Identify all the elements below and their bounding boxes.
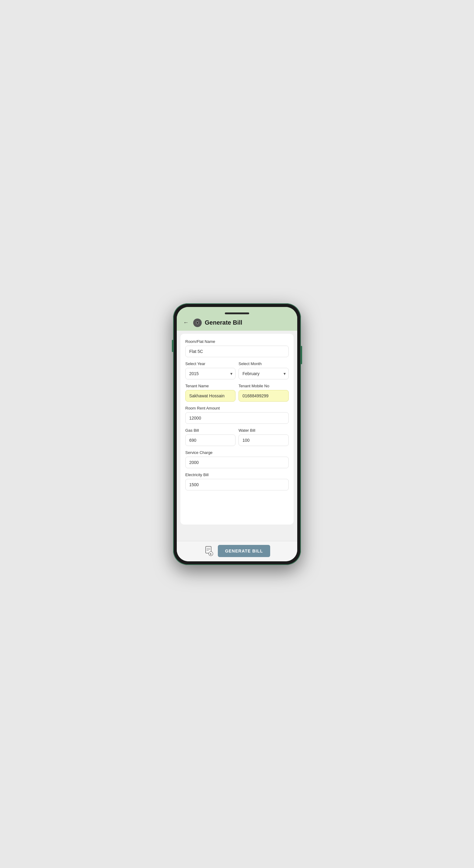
room-rent-group: Room Rent Amount [185, 406, 289, 424]
tenant-row: Tenant Name Tenant Mobile No [185, 384, 289, 406]
scroll-area: Room/Flat Name Select Year 2013 2014 201… [177, 331, 297, 541]
page-title: Generate Bill [205, 319, 242, 326]
tenant-name-group: Tenant Name [185, 384, 235, 402]
camera-icon [193, 318, 202, 327]
bill-icon: $ [204, 546, 215, 556]
bottom-bar: $ GENERATE BILL [177, 541, 297, 561]
tenant-name-label: Tenant Name [185, 384, 235, 388]
year-month-row: Select Year 2013 2014 2015 2016 2017 201… [185, 362, 289, 384]
form-card: Room/Flat Name Select Year 2013 2014 201… [181, 334, 293, 525]
select-month-label: Select Month [239, 362, 289, 366]
water-bill-input[interactable] [239, 434, 289, 446]
gas-water-row: Gas Bill Water Bill [185, 428, 289, 450]
room-flat-name-input[interactable] [185, 346, 289, 357]
room-rent-input[interactable] [185, 412, 289, 424]
app-header: ← Generate Bill [177, 315, 297, 331]
gas-bill-input[interactable] [185, 434, 235, 446]
select-year-dropdown[interactable]: 2013 2014 2015 2016 2017 2018 2019 2020 … [185, 368, 235, 379]
electricity-bill-label: Electricity Bill [185, 472, 289, 477]
svg-text:$: $ [210, 553, 212, 556]
room-rent-label: Room Rent Amount [185, 406, 289, 410]
service-charge-input[interactable] [185, 457, 289, 468]
select-month-dropdown[interactable]: January February March April May June Ju… [239, 368, 289, 379]
notch-pill [225, 312, 249, 314]
room-flat-name-label: Room/Flat Name [185, 339, 289, 344]
phone-notch [177, 307, 297, 315]
water-bill-label: Water Bill [239, 428, 289, 433]
tenant-mobile-group: Tenant Mobile No [239, 384, 289, 402]
card-spacer [185, 495, 289, 519]
tenant-mobile-input[interactable] [239, 390, 289, 402]
back-button[interactable]: ← [182, 318, 190, 327]
generate-bill-button[interactable]: GENERATE BILL [218, 545, 271, 557]
select-month-wrap: January February March April May June Ju… [239, 368, 289, 379]
select-year-group: Select Year 2013 2014 2015 2016 2017 201… [185, 362, 235, 379]
electricity-bill-input[interactable] [185, 479, 289, 490]
room-flat-name-group: Room/Flat Name [185, 339, 289, 357]
select-year-label: Select Year [185, 362, 235, 366]
phone-screen: ← Generate Bill Room/Flat Name Select Ye… [177, 307, 297, 561]
tenant-mobile-label: Tenant Mobile No [239, 384, 289, 388]
electricity-bill-group: Electricity Bill [185, 472, 289, 490]
tenant-name-input[interactable] [185, 390, 235, 402]
select-year-wrap: 2013 2014 2015 2016 2017 2018 2019 2020 … [185, 368, 235, 379]
gas-bill-group: Gas Bill [185, 428, 235, 446]
phone-frame: ← Generate Bill Room/Flat Name Select Ye… [173, 303, 301, 565]
water-bill-group: Water Bill [239, 428, 289, 446]
select-month-group: Select Month January February March Apri… [239, 362, 289, 379]
service-charge-group: Service Charge [185, 450, 289, 468]
gas-bill-label: Gas Bill [185, 428, 235, 433]
service-charge-label: Service Charge [185, 450, 289, 455]
